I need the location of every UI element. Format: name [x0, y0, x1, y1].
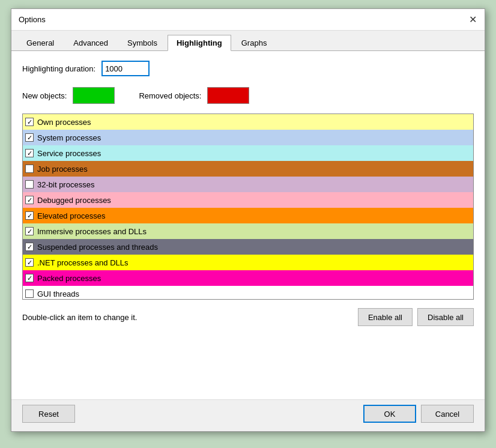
- tab-symbols[interactable]: Symbols: [118, 35, 166, 51]
- cancel-button[interactable]: Cancel: [421, 405, 474, 423]
- list-item-label: Job processes: [37, 165, 471, 174]
- new-objects-color-swatch[interactable]: [73, 87, 115, 104]
- options-dialog: Options ✕ General Advanced Symbols Highl…: [11, 8, 485, 432]
- new-objects-label: New objects:: [22, 91, 67, 100]
- enable-all-button[interactable]: Enable all: [358, 308, 413, 326]
- list-item-checkbox[interactable]: [25, 165, 34, 173]
- list-item[interactable]: GUI threads: [23, 286, 473, 299]
- removed-objects-label: Removed objects:: [139, 91, 201, 100]
- hint-text: Double-click an item to change it.: [22, 313, 137, 322]
- tab-advanced[interactable]: Advanced: [64, 35, 117, 51]
- duration-label: Highlighting duration:: [22, 64, 95, 73]
- list-item[interactable]: Service processes: [23, 145, 473, 161]
- ok-button[interactable]: OK: [363, 405, 416, 423]
- list-item[interactable]: Suspended processes and threads: [23, 239, 473, 255]
- list-item-checkbox[interactable]: [25, 258, 34, 267]
- list-item-checkbox[interactable]: [25, 149, 34, 157]
- list-item-label: Immersive processes and DLLs: [37, 227, 471, 236]
- list-item-label: .NET processes and DLLs: [37, 258, 471, 267]
- list-item-checkbox[interactable]: [25, 274, 34, 282]
- list-item[interactable]: Job processes: [23, 161, 473, 177]
- tab-content: Highlighting duration: New objects: Remo…: [11, 51, 485, 399]
- listbox-scroll[interactable]: Own processesSystem processesService pro…: [23, 114, 473, 299]
- list-item-checkbox[interactable]: [25, 211, 34, 220]
- enable-disable-group: Enable all Disable all: [358, 308, 474, 326]
- tab-general[interactable]: General: [17, 35, 63, 51]
- list-item[interactable]: System processes: [23, 130, 473, 145]
- list-item-label: Debugged processes: [37, 196, 471, 205]
- close-button[interactable]: ✕: [465, 13, 480, 27]
- list-item-checkbox[interactable]: [25, 118, 34, 126]
- list-item[interactable]: 32-bit processes: [23, 177, 473, 192]
- list-item[interactable]: Packed processes: [23, 270, 473, 286]
- tab-highlighting[interactable]: Highlighting: [168, 35, 231, 51]
- list-item-label: 32-bit processes: [37, 180, 471, 189]
- duration-input[interactable]: [101, 61, 150, 76]
- list-item-checkbox[interactable]: [25, 180, 34, 189]
- process-listbox: Own processesSystem processesService pro…: [22, 114, 474, 300]
- list-item-label: Own processes: [37, 118, 471, 127]
- list-item-label: System processes: [37, 133, 471, 142]
- ok-cancel-group: OK Cancel: [363, 405, 474, 423]
- footer: Reset OK Cancel: [11, 399, 485, 431]
- list-item[interactable]: Elevated processes: [23, 208, 473, 223]
- list-item[interactable]: Own processes: [23, 114, 473, 130]
- disable-all-button[interactable]: Disable all: [417, 308, 474, 326]
- removed-objects-color-swatch[interactable]: [207, 87, 249, 104]
- list-item-label: Service processes: [37, 149, 471, 158]
- reset-button[interactable]: Reset: [22, 405, 75, 423]
- list-item-label: GUI threads: [37, 289, 471, 298]
- list-item-checkbox[interactable]: [25, 289, 34, 298]
- title-bar: Options ✕: [11, 9, 485, 31]
- list-item-checkbox[interactable]: [25, 243, 34, 251]
- objects-row: New objects: Removed objects:: [22, 87, 474, 104]
- list-item[interactable]: Immersive processes and DLLs: [23, 223, 473, 239]
- dialog-title: Options: [19, 15, 46, 24]
- list-item[interactable]: Debugged processes: [23, 192, 473, 208]
- tabs-container: General Advanced Symbols Highlighting Gr…: [11, 31, 485, 51]
- list-item-checkbox[interactable]: [25, 133, 34, 142]
- list-item-checkbox[interactable]: [25, 227, 34, 235]
- list-item-label: Packed processes: [37, 274, 471, 283]
- tab-graphs[interactable]: Graphs: [232, 35, 276, 51]
- list-item-label: Suspended processes and threads: [37, 243, 471, 252]
- list-item-label: Elevated processes: [37, 211, 471, 220]
- duration-row: Highlighting duration:: [22, 61, 474, 76]
- list-item[interactable]: .NET processes and DLLs: [23, 255, 473, 270]
- list-item-checkbox[interactable]: [25, 196, 34, 204]
- bottom-hint-row: Double-click an item to change it. Enabl…: [22, 308, 474, 326]
